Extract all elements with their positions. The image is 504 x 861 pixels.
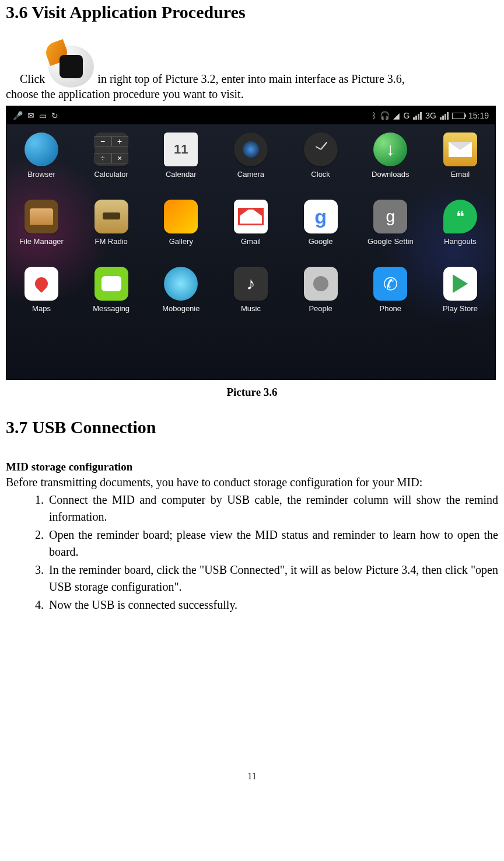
wifi-icon: ◢ [393,111,400,120]
app-label: Email [430,170,490,179]
app-mobogenie[interactable]: Mobogenie [151,267,211,313]
intro-rest: in right top of Picture 3.2, enter into … [97,70,405,88]
section-3-7-title: 3.7 USB Connection [6,417,498,437]
app-label: Phone [360,304,420,313]
hangouts-icon: ❝ [443,200,477,233]
click-text: Click [20,70,45,88]
app-label: Gallery [151,237,211,246]
app-label: FM Radio [82,237,141,246]
statusbar: 🎤 ✉ ▭ ↻ ᛒ 🎧 ◢ G 3G 15:19 [7,107,495,124]
music-icon: ♪ [234,267,268,301]
step-item: Open the reminder board; please view the… [47,527,498,560]
calculator-icon: −+÷× [94,133,128,166]
app-hangouts[interactable]: ❝Hangouts [430,200,490,246]
filemgr-icon [24,200,58,233]
camera-icon [234,133,268,166]
steps-list: Connect the MID and computer by USB cabl… [6,491,498,613]
gmail-icon [234,200,268,233]
app-label: Mobogenie [151,304,211,313]
app-label: Play Store [430,304,490,313]
intro-line2: choose the application procedure you wan… [6,88,498,101]
gallery-icon [164,200,198,233]
app-messaging[interactable]: Messaging [82,267,141,313]
sdcard-icon: ▭ [39,111,47,120]
people-icon [304,267,338,301]
app-label: Camera [221,170,281,179]
app-calendar[interactable]: 11Calendar [151,133,211,179]
maps-icon [24,267,58,301]
app-fm-radio[interactable]: FM Radio [82,200,141,246]
app-label: Calendar [151,170,211,179]
app-music[interactable]: ♪Music [221,267,281,313]
messaging-icon [94,267,128,301]
app-label: Music [221,304,281,313]
signal-bars-icon [413,112,422,120]
apps-grid: Browser−+÷×Calculator11CalendarCameraClo… [7,130,495,379]
app-camera[interactable]: Camera [221,133,281,179]
app-browser[interactable]: Browser [12,133,71,179]
network-3g-label: 3G [425,111,436,120]
intro-paragraph: Click in right top of Picture 3.2, enter… [20,46,498,88]
microphone-icon: 🎤 [13,111,23,120]
phone-icon: ✆ [373,267,407,301]
app-label: Hangouts [430,237,490,246]
app-label: File Manager [12,237,71,246]
app-maps[interactable]: Maps [12,267,71,313]
screenshot-picture-3-6: 🎤 ✉ ▭ ↻ ᛒ 🎧 ◢ G 3G 15:19 Browser−+÷×Calc… [6,106,496,380]
downloads-icon: ↓ [373,133,407,166]
app-label: Calculator [82,170,141,179]
picture-caption: Picture 3.6 [6,386,498,399]
app-people[interactable]: People [291,267,351,313]
app-label: Downloads [360,170,420,179]
app-downloads[interactable]: ↓Downloads [360,133,420,179]
google-icon: g [304,200,338,233]
headphones-icon: 🎧 [380,111,390,120]
mobogenie-icon [164,267,198,301]
app-gmail[interactable]: Gmail [221,200,281,246]
clock-time: 15:19 [468,111,489,120]
calendar-icon: 11 [164,133,198,166]
app-phone[interactable]: ✆Phone [360,267,420,313]
app-label: People [291,304,351,313]
browser-icon [24,133,58,166]
app-label: Google [291,237,351,246]
apps-button-icon [48,46,94,88]
app-gallery[interactable]: Gallery [151,200,211,246]
bluetooth-icon: ᛒ [372,111,376,120]
app-calculator[interactable]: −+÷×Calculator [82,133,141,179]
app-label: Messaging [82,304,141,313]
app-google[interactable]: gGoogle [291,200,351,246]
step-item: Connect the MID and computer by USB cabl… [47,491,498,525]
app-label: Maps [12,304,71,313]
step-item: Now the USB is connected successfully. [47,597,498,613]
sync-icon: ↻ [51,111,58,120]
message-icon: ✉ [27,111,34,120]
gsettings-icon: g [373,200,407,233]
page-number: 11 [6,771,498,782]
step-item: In the reminder board, click the "USB Co… [47,562,498,595]
app-play-store[interactable]: Play Store [430,267,490,313]
app-email[interactable]: Email [430,133,490,179]
section-3-6-title: 3.6 Visit Application Procedures [6,2,498,22]
signal-bars-2-icon [440,112,449,120]
app-label: Google Settin [360,237,420,246]
app-label: Browser [12,170,71,179]
app-file-manager[interactable]: File Manager [12,200,71,246]
app-label: Gmail [221,237,281,246]
app-google-settin[interactable]: gGoogle Settin [360,200,420,246]
battery-icon [452,113,465,119]
email-icon [443,133,477,166]
app-label: Clock [291,170,351,179]
clock-icon [304,133,338,166]
network-g-label: G [403,111,410,120]
app-clock[interactable]: Clock [291,133,351,179]
mid-storage-subhead: MID storage configuration [6,461,498,473]
play-icon [443,267,477,301]
prelist-text: Before transmitting documents, you have … [6,476,498,489]
fmradio-icon [94,200,128,233]
